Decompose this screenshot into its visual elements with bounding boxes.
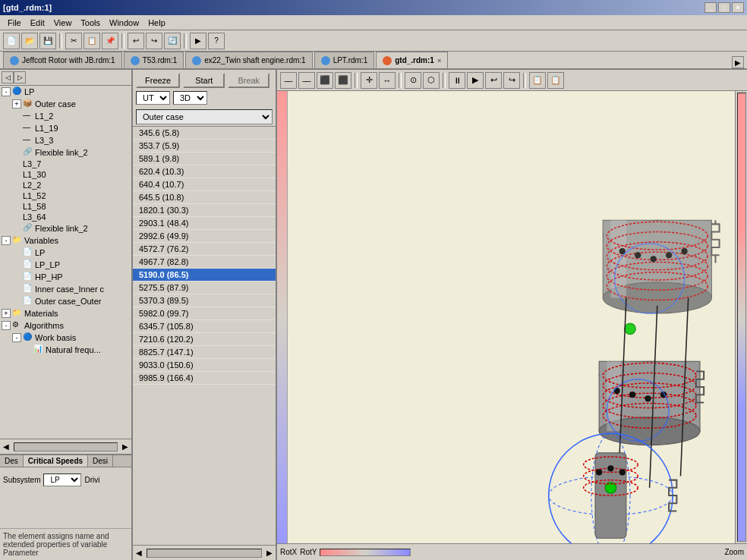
speed-item-11[interactable]: 5190.0 (86.5) <box>133 269 276 282</box>
save-button[interactable]: 💾 <box>39 33 56 49</box>
tree-item-inner-case[interactable]: 📄 Inner case_Inner c <box>0 283 131 295</box>
start-button[interactable]: Start <box>183 73 225 88</box>
speed-item-12[interactable]: 5275.5 (87.9) <box>133 282 276 294</box>
view-btn-fill[interactable]: ⬛ <box>335 72 351 89</box>
speed-item-19[interactable]: 9985.9 (166.4) <box>133 372 276 385</box>
tree-item-l1-19[interactable]: — L1_19 <box>0 122 131 134</box>
filter-select[interactable]: Outer case <box>136 109 273 124</box>
view-btn-copy2[interactable]: 📋 <box>547 72 564 89</box>
speed-item-4[interactable]: 640.4 (10.7) <box>133 178 276 191</box>
left-vscroll-bar[interactable] <box>277 91 288 543</box>
speed-item-8[interactable]: 2992.6 (49.9) <box>133 230 276 243</box>
tree-item-l3-3[interactable]: — L3_3 <box>0 134 131 146</box>
view-btn-play[interactable]: ▶ <box>467 72 484 89</box>
hscrollbar-track[interactable] <box>14 442 118 451</box>
view-btn-undo[interactable]: ↩ <box>485 72 502 89</box>
tab-ex22[interactable]: ex22_Twin shaft engine.rdm:1 <box>185 52 312 68</box>
view-btn-circle[interactable]: ⊙ <box>405 72 421 89</box>
speed-item-15[interactable]: 6345.7 (105.8) <box>133 320 276 333</box>
cut-button[interactable]: ✂ <box>65 33 82 49</box>
tree-item-natural[interactable]: 📊 Natural frequ... <box>0 344 131 356</box>
view-btn-rect[interactable]: ⬛ <box>317 72 333 89</box>
break-button[interactable]: Break <box>228 73 269 88</box>
view-btn-resize[interactable]: ↔ <box>379 72 396 89</box>
view-btn-copy1[interactable]: 📋 <box>529 72 546 89</box>
tab-des[interactable]: Des <box>0 455 24 467</box>
speed-item-5[interactable]: 645.5 (10.8) <box>133 191 276 204</box>
tree-item-flex2[interactable]: 🔗 Flexible link_2 <box>0 146 131 159</box>
refresh-button[interactable]: 🔄 <box>164 33 181 49</box>
tab-gtd[interactable]: gtd_.rdm:1 × <box>376 52 448 68</box>
speed-item-18[interactable]: 9033.0 (150.6) <box>133 359 276 372</box>
tree-item-var-hphp[interactable]: 📄 HP_HP <box>0 271 131 283</box>
view-btn-hex[interactable]: ⬡ <box>423 72 440 89</box>
view-3d-select[interactable]: 3D 2D <box>173 91 207 105</box>
menu-file[interactable]: File <box>3 17 26 29</box>
speed-item-1[interactable]: 353.7 (5.9) <box>133 140 276 153</box>
tree-item-l1-2[interactable]: — L1_2 <box>0 110 131 122</box>
tab-jeffcott[interactable]: Jeffcott Rotor with JB.rdm:1 <box>3 52 122 68</box>
tree-expand-materials[interactable]: + <box>2 309 11 318</box>
menu-window[interactable]: Window <box>105 17 143 29</box>
new-button[interactable]: 📄 <box>3 33 20 49</box>
tree-expand-workbasis[interactable]: - <box>12 333 21 342</box>
paste-button[interactable]: 📌 <box>102 33 118 49</box>
menu-help[interactable]: Help <box>143 17 170 29</box>
tree-item-flex2b[interactable]: 🔗 Flexible link_2 <box>0 222 131 234</box>
tree-item-l2-2[interactable]: L2_2 <box>0 180 131 190</box>
menu-tools[interactable]: Tools <box>76 17 105 29</box>
vscroll-track[interactable] <box>737 93 746 542</box>
speed-item-9[interactable]: 4572.7 (76.2) <box>133 243 276 256</box>
tree-expand-outercase[interactable]: + <box>12 99 21 109</box>
collapse-all-button[interactable]: ◁ <box>2 71 14 83</box>
minimize-button[interactable]: _ <box>704 2 717 13</box>
tree-expand-algorithms[interactable]: - <box>2 321 11 330</box>
view-btn-line[interactable]: — <box>280 72 297 89</box>
tree-item-var-lplp[interactable]: 📄 LP_LP <box>0 259 131 271</box>
canvas-area[interactable] <box>277 91 735 543</box>
tree-item-l1-30[interactable]: L1_30 <box>0 169 131 180</box>
speed-item-0[interactable]: 345.6 (5.8) <box>133 127 276 140</box>
subsystem-select[interactable]: LP HP <box>43 473 81 486</box>
tree-item-l1-52[interactable]: L1_52 <box>0 190 131 201</box>
tree-item-l3-64[interactable]: L3_64 <box>0 212 131 222</box>
tree-item-var-lp[interactable]: 📄 LP <box>0 247 131 259</box>
undo-button[interactable]: ↩ <box>128 33 144 49</box>
speed-item-16[interactable]: 7210.6 (120.2) <box>133 333 276 346</box>
speed-item-17[interactable]: 8825.7 (147.1) <box>133 346 276 359</box>
tree-item-materials[interactable]: + 📁 Materials <box>0 307 131 319</box>
menu-edit[interactable]: Edit <box>26 17 49 29</box>
close-button[interactable]: × <box>732 2 744 13</box>
speed-item-10[interactable]: 4967.7 (82.8) <box>133 256 276 269</box>
open-button[interactable]: 📂 <box>21 33 38 49</box>
tree-expand-variables[interactable]: - <box>2 236 11 245</box>
view-btn-crosshair[interactable]: ✛ <box>361 72 377 89</box>
speed-item-14[interactable]: 5982.0 (99.7) <box>133 307 276 320</box>
tree-item-outercase[interactable]: + 📦 Outer case <box>0 98 131 110</box>
scroll-right-button[interactable]: ▶ <box>119 442 131 451</box>
tab-arrow-right[interactable]: ▶ <box>732 56 744 68</box>
view-btn-dash[interactable]: — <box>298 72 315 89</box>
expand-all-button[interactable]: ▷ <box>14 71 26 83</box>
maximize-button[interactable]: □ <box>718 2 730 13</box>
rotation-slider[interactable] <box>320 549 411 556</box>
tree-item-variables[interactable]: - 📁 Variables <box>0 234 131 247</box>
speeds-scroll-left[interactable]: ◀ <box>133 549 145 557</box>
menu-view[interactable]: View <box>49 17 77 29</box>
copy-button[interactable]: 📋 <box>84 33 100 49</box>
tree-item-l1-58[interactable]: L1_58 <box>0 201 131 212</box>
tree-item-l3-7[interactable]: L3_7 <box>0 159 131 169</box>
speeds-scroll-right[interactable]: ▶ <box>263 549 276 557</box>
tab-lpt[interactable]: LPT.rdm:1 <box>314 52 375 68</box>
scroll-left-button[interactable]: ◀ <box>0 442 12 451</box>
ut-select[interactable]: UT SI <box>136 91 170 105</box>
view-btn-redo[interactable]: ↪ <box>503 72 520 89</box>
tab-t53[interactable]: T53.rdm:1 <box>124 52 184 68</box>
tree-item-outer-case-var[interactable]: 📄 Outer case_Outer <box>0 295 131 307</box>
tree-expand-lp[interactable]: - <box>2 87 11 96</box>
speed-item-2[interactable]: 589.1 (9.8) <box>133 153 276 165</box>
help-btn[interactable]: ? <box>208 33 225 49</box>
tree-item-lp[interactable]: - 🔵 LP <box>0 86 131 98</box>
run-button[interactable]: ▶ <box>190 33 206 49</box>
tab-gtd-close[interactable]: × <box>437 57 441 64</box>
